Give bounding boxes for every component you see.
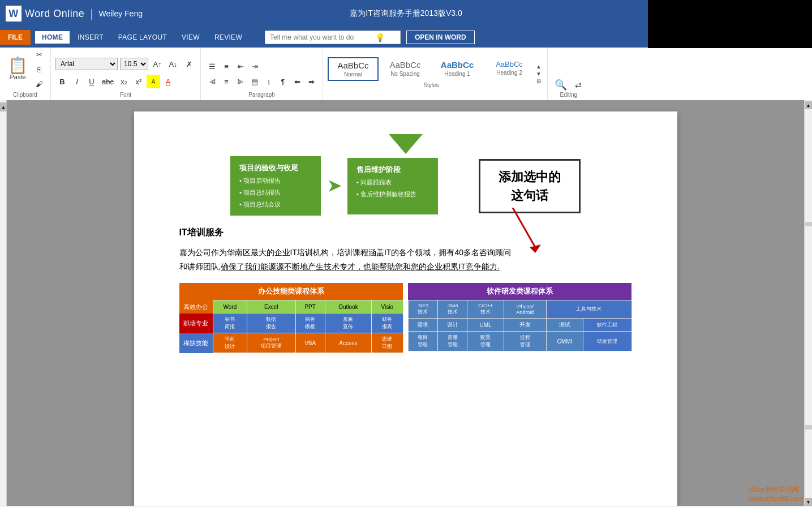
- dev-row-1: .NET技术 Java技术 C/C++技术 iPhone/Android 工具与…: [408, 300, 631, 319]
- superscript-button[interactable]: x²: [132, 75, 145, 88]
- watermark-line2: www.office68.com: [748, 495, 803, 502]
- decrease-indent-button[interactable]: ⇤: [234, 59, 247, 73]
- bold-button[interactable]: B: [55, 75, 69, 88]
- highlight-button[interactable]: A: [147, 75, 160, 88]
- search-box[interactable]: 💡: [265, 31, 401, 44]
- office-row-1: 高效办公 Word Excel PPT Outlook Visio: [179, 300, 403, 313]
- diagram-box-2: 售后维护阶段 • 问题跟踪表 • 售后维护测验收报告: [347, 158, 438, 214]
- toolbar: 📋 Paste ✂ ⎘ 🖌 Clipboard Arial 10.5 A↑ A↓: [0, 48, 812, 100]
- rtl-button[interactable]: ⬅: [290, 75, 304, 88]
- style-normal[interactable]: AaBbCc Normal: [328, 57, 379, 81]
- replace-button[interactable]: ⇄: [572, 78, 585, 92]
- scroll-up-btn[interactable]: ▲: [805, 101, 812, 109]
- editing-group: 🔍 ⇄ Editing: [548, 48, 590, 100]
- find-button[interactable]: 🔍: [552, 78, 569, 92]
- search-input[interactable]: [270, 33, 372, 41]
- lightbulb-icon: 💡: [375, 33, 385, 42]
- tab-view[interactable]: VIEW: [175, 31, 207, 44]
- heading2-sample: AaBbCc: [496, 60, 523, 68]
- paste-button[interactable]: 📋 Paste: [5, 57, 31, 81]
- justify-button[interactable]: ▤: [248, 75, 261, 88]
- tab-review[interactable]: REVIEW: [208, 31, 249, 44]
- down-arrow-container: [179, 134, 632, 154]
- cell-guocheng: 过程管理: [504, 332, 546, 351]
- nospacing-sample: AaBbCc: [389, 60, 420, 70]
- style-heading1[interactable]: AaBbCc Heading 1: [432, 57, 483, 81]
- editing-label: Editing: [560, 92, 578, 100]
- box1-item3: • 项目总结会议: [239, 200, 312, 209]
- cell-xiangmu: 项目管理: [408, 332, 438, 351]
- heading1-sample: AaBbCc: [441, 60, 474, 70]
- office-table-container: 办公技能类课程体系 高效办公 Word Excel PPT Outlook Vi…: [179, 283, 403, 353]
- tab-file[interactable]: FILE: [0, 30, 31, 45]
- tab-insert[interactable]: INSERT: [71, 31, 110, 44]
- ribbon-tabs: HOME INSERT PAGE LAYOUT VIEW REVIEW: [31, 27, 254, 48]
- styles-more[interactable]: ▲ ▼ ⊞: [535, 62, 543, 85]
- editing-icons: 🔍 ⇄: [552, 78, 585, 92]
- tab-page-layout[interactable]: PAGE LAYOUT: [111, 31, 174, 44]
- underlined-text: ,确保了我们能源源不断地产生技术专才，也能帮助您和您的企业积累IT竞争能力.: [219, 262, 500, 271]
- word-logo-icon: W: [6, 6, 22, 22]
- styles-label: Styles: [328, 82, 535, 91]
- font-size-select[interactable]: 10.5: [120, 58, 148, 70]
- line-spacing-button[interactable]: ↕: [262, 75, 276, 88]
- dev-table: 软件研发类课程体系 .NET技术 Java技术 C/C++技术 iPhone/A…: [408, 283, 632, 351]
- cell-ios: iPhone/Android: [504, 300, 546, 319]
- cell-dotnet: .NET技术: [408, 300, 438, 319]
- paste-icon: 📋: [8, 58, 28, 74]
- black-overlay: [648, 0, 812, 48]
- increase-indent-button[interactable]: ⇥: [248, 59, 261, 73]
- row-header-office-3: 稀缺技能: [179, 333, 213, 353]
- diagram-row: 项目的验收与收尾 • 项目启动报告 • 项目总结报告 • 项目总结会议 ➤ 售后…: [179, 156, 632, 216]
- clear-format-button[interactable]: ✗: [182, 57, 196, 71]
- cell-tools: 工具与技术: [546, 300, 631, 319]
- show-marks-button[interactable]: ¶: [276, 75, 290, 88]
- cell-word: Word: [213, 300, 247, 313]
- align-left-button[interactable]: ⫷: [205, 75, 219, 88]
- office-row-3: 稀缺技能 平面设计 Project项目管理 VBA Access 思维导图: [179, 333, 403, 353]
- ltr-button[interactable]: ➡: [304, 75, 318, 88]
- cell-sheji: 设计: [438, 319, 467, 332]
- format-painter-button[interactable]: 🖌: [32, 77, 46, 91]
- callout-box: 添加选中的 这句话: [479, 159, 581, 213]
- align-right-button[interactable]: ⫸: [234, 75, 247, 88]
- style-heading2[interactable]: AaBbCc Heading 2: [484, 57, 535, 81]
- scroll-down-btn[interactable]: ▼: [805, 498, 812, 506]
- cell-shuju: 数据报告: [247, 313, 295, 333]
- numbered-list-button[interactable]: ≡: [220, 59, 233, 73]
- green-down-arrow: [389, 134, 423, 154]
- cell-excel: Excel: [247, 300, 295, 313]
- dev-row-3: 项目管理 质量管理 配置管理 过程管理 CMMI 研发管理: [408, 332, 631, 351]
- underline-button[interactable]: U: [85, 75, 98, 88]
- heading1-label: Heading 1: [444, 71, 470, 77]
- copy-button[interactable]: ⎘: [32, 62, 46, 76]
- font-color-button[interactable]: A: [161, 75, 175, 88]
- right-scrollbar: ▲ ▼: [804, 100, 812, 506]
- paragraph-group: ☰ ≡ ⇤ ⇥ ⫷ ≡ ⫸ ▤ ↕ ¶ ⬅ ➡ Paragraph: [201, 48, 323, 100]
- it-training-text: 嘉为公司作为华南区最大的企业IT培训机构，培训课程涵盖IT的各个领域，拥有40多…: [179, 246, 632, 274]
- box2-item1: • 问题跟踪表: [356, 178, 429, 187]
- office-table-header: 办公技能类课程体系: [179, 283, 403, 300]
- italic-button[interactable]: I: [70, 75, 84, 88]
- font-group: Arial 10.5 A↑ A↓ ✗ B I U abc x₂ x² A A F…: [51, 48, 201, 100]
- cell-caiwu: 财务报表: [372, 313, 403, 333]
- font-grow-button[interactable]: A↑: [151, 57, 164, 71]
- app-name: Word Online: [25, 8, 84, 20]
- subscript-button[interactable]: x₂: [117, 75, 131, 88]
- style-no-spacing[interactable]: AaBbCc No Spacing: [380, 57, 431, 81]
- word-logo: W Word Online: [6, 6, 84, 22]
- cell-yanfa: 研发管理: [583, 332, 631, 351]
- open-in-word-button[interactable]: OPEN IN WORD: [406, 31, 475, 44]
- strikethrough-button[interactable]: abc: [100, 75, 116, 88]
- align-center-button[interactable]: ≡: [220, 75, 233, 88]
- cut-button[interactable]: ✂: [32, 48, 46, 61]
- tab-home[interactable]: HOME: [35, 31, 70, 44]
- dev-row-2: 需求 设计 UML 开发 测试 软件工程: [408, 319, 631, 332]
- diagram-box-1: 项目的验收与收尾 • 项目启动报告 • 项目总结报告 • 项目总结会议: [230, 156, 321, 216]
- font-shrink-button[interactable]: A↓: [166, 57, 180, 71]
- clipboard-content: 📋 Paste ✂ ⎘ 🖌: [5, 48, 46, 91]
- bullet-list-button[interactable]: ☰: [205, 59, 219, 73]
- font-family-select[interactable]: Arial: [55, 58, 118, 70]
- cell-xingxiang: 形象宣传: [325, 313, 371, 333]
- scroll-up-arrow[interactable]: ▲: [0, 102, 7, 111]
